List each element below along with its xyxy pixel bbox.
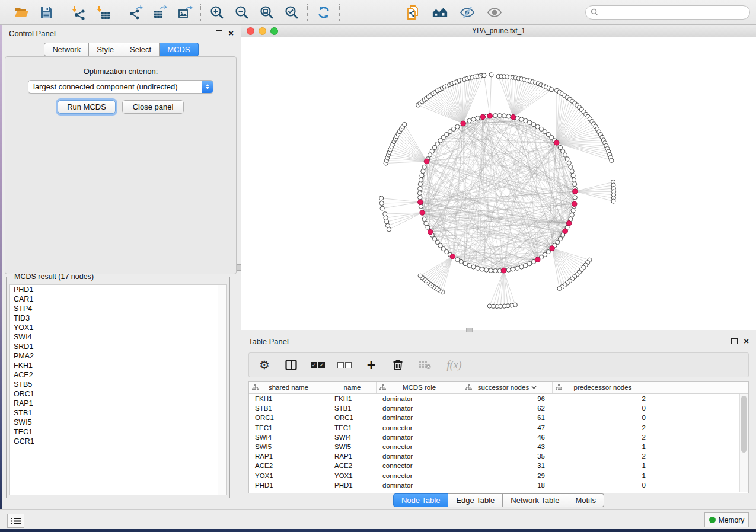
- graph-node[interactable]: [502, 114, 506, 118]
- table-row[interactable]: ACE2ACE2connector311: [249, 461, 748, 470]
- column-header-name[interactable]: name: [328, 382, 377, 393]
- mcds-result-item[interactable]: RAP1: [10, 399, 226, 408]
- table-row[interactable]: TEC1TEC1connector472: [249, 423, 748, 432]
- float-panel-icon[interactable]: [216, 30, 222, 36]
- criterion-select[interactable]: largest connected component (undirected): [28, 80, 213, 94]
- graph-node[interactable]: [471, 117, 476, 121]
- graph-node[interactable]: [515, 266, 519, 270]
- graph-node[interactable]: [506, 114, 511, 118]
- deselect-all-icon[interactable]: [337, 358, 352, 372]
- graph-node[interactable]: [524, 263, 528, 267]
- column-header-successor-nodes[interactable]: successor nodes: [462, 382, 553, 393]
- table-row[interactable]: STB1STB1dominator620: [249, 403, 748, 413]
- graph-hub-node[interactable]: [461, 121, 466, 126]
- show-all-icon[interactable]: [486, 4, 503, 21]
- search-box[interactable]: [585, 5, 750, 20]
- zoom-in-icon[interactable]: [209, 4, 225, 21]
- graph-leaf-node[interactable]: [610, 158, 614, 162]
- graph-hub-node[interactable]: [424, 159, 429, 164]
- graph-node[interactable]: [571, 174, 575, 178]
- mcds-result-item[interactable]: FKH1: [10, 361, 226, 370]
- graph-leaf-node[interactable]: [557, 286, 562, 290]
- mcds-result-item[interactable]: SWI5: [10, 418, 226, 427]
- graph-leaf-node[interactable]: [482, 73, 486, 78]
- graph-leaf-node[interactable]: [403, 122, 407, 126]
- graph-leaf-node[interactable]: [611, 199, 615, 203]
- graph-node[interactable]: [493, 113, 497, 117]
- mcds-result-list[interactable]: PHD1CAR1STP4TID3YOX1SWI4SRD1PMA2FKH1ACE2…: [9, 284, 227, 495]
- run-mcds-button[interactable]: Run MCDS: [58, 100, 116, 114]
- graph-leaf-node[interactable]: [383, 212, 387, 216]
- tab-node-table[interactable]: Node Table: [393, 493, 449, 507]
- mcds-result-item[interactable]: CAR1: [10, 294, 226, 304]
- graph-hub-node[interactable]: [573, 189, 578, 194]
- graph-node[interactable]: [426, 225, 430, 229]
- table-row[interactable]: ORC1ORC1dominator610: [249, 413, 748, 422]
- graph-node[interactable]: [422, 165, 426, 169]
- graph-node[interactable]: [569, 165, 573, 169]
- graph-hub-node[interactable]: [480, 114, 486, 120]
- graph-node[interactable]: [422, 217, 426, 221]
- graph-node[interactable]: [418, 187, 422, 191]
- mcds-list-scrollbar[interactable]: [218, 285, 226, 495]
- table-row[interactable]: YOX1YOX1connector291: [249, 471, 748, 480]
- graph-node[interactable]: [528, 120, 532, 124]
- graph-node[interactable]: [561, 149, 565, 153]
- graph-node[interactable]: [424, 221, 428, 225]
- graph-hub-node[interactable]: [535, 257, 540, 262]
- graph-hub-node[interactable]: [563, 229, 568, 234]
- horizontal-splitter-handle[interactable]: [466, 328, 473, 332]
- select-all-icon[interactable]: ✓✓: [311, 358, 325, 372]
- mcds-result-item[interactable]: SWI4: [10, 332, 226, 342]
- graph-node[interactable]: [467, 263, 471, 267]
- graph-node[interactable]: [418, 196, 422, 200]
- graph-node[interactable]: [573, 182, 577, 186]
- column-header-predecessor-nodes[interactable]: predecessor nodes: [553, 382, 653, 393]
- memory-button[interactable]: Memory: [704, 512, 749, 527]
- table-row[interactable]: SWI4SWI4dominator462: [249, 432, 748, 442]
- table-row[interactable]: PHD1PHD1dominator180: [249, 480, 748, 490]
- zoom-selected-icon[interactable]: [283, 4, 300, 21]
- graph-node[interactable]: [455, 258, 460, 262]
- graph-leaf-node[interactable]: [489, 73, 493, 77]
- import-table-icon[interactable]: [95, 4, 111, 21]
- graph-leaf-node[interactable]: [549, 88, 553, 92]
- graph-hub-node[interactable]: [428, 229, 433, 235]
- table-scrollbar-thumb[interactable]: [741, 396, 747, 453]
- graph-leaf-node[interactable]: [379, 201, 384, 205]
- column-header-mcds-role[interactable]: MCDS role: [377, 382, 462, 393]
- tab-style[interactable]: Style: [89, 43, 122, 56]
- network-canvas[interactable]: [241, 37, 756, 330]
- graph-node[interactable]: [573, 196, 577, 200]
- column-header-shared-name[interactable]: shared name: [249, 382, 328, 393]
- mcds-result-item[interactable]: GCR1: [10, 437, 226, 446]
- graph-node[interactable]: [497, 113, 502, 117]
- mcds-result-item[interactable]: TID3: [10, 313, 226, 323]
- graph-leaf-node[interactable]: [380, 206, 384, 210]
- graph-node[interactable]: [489, 268, 493, 273]
- close-panel-button[interactable]: Close panel: [122, 100, 184, 114]
- tab-select[interactable]: Select: [122, 43, 160, 56]
- mcds-result-item[interactable]: TEC1: [10, 427, 226, 437]
- tab-motifs[interactable]: Motifs: [567, 493, 604, 507]
- graph-node[interactable]: [417, 191, 422, 195]
- mcds-result-item[interactable]: STP4: [10, 304, 226, 313]
- mcds-result-item[interactable]: ACE2: [10, 370, 226, 380]
- table-row[interactable]: FKH1FKH1dominator962: [249, 394, 748, 403]
- graph-node[interactable]: [506, 268, 511, 272]
- graph-node[interactable]: [528, 262, 532, 266]
- float-table-panel-icon[interactable]: [731, 338, 738, 344]
- tab-edge-table[interactable]: Edge Table: [448, 493, 503, 507]
- graph-hub-node[interactable]: [554, 140, 559, 146]
- mcds-result-item[interactable]: YOX1: [10, 323, 226, 332]
- graph-hub-node[interactable]: [420, 210, 425, 216]
- table-row[interactable]: SWI5SWI5connector431: [249, 442, 748, 451]
- save-session-icon[interactable]: [38, 4, 55, 21]
- graph-node[interactable]: [455, 124, 460, 129]
- search-input[interactable]: [601, 8, 745, 17]
- graph-node[interactable]: [418, 182, 422, 186]
- toggle-panels-icon[interactable]: [284, 358, 298, 372]
- open-file-icon[interactable]: [13, 4, 30, 21]
- graph-node[interactable]: [532, 123, 536, 127]
- graph-hub-node[interactable]: [572, 201, 577, 207]
